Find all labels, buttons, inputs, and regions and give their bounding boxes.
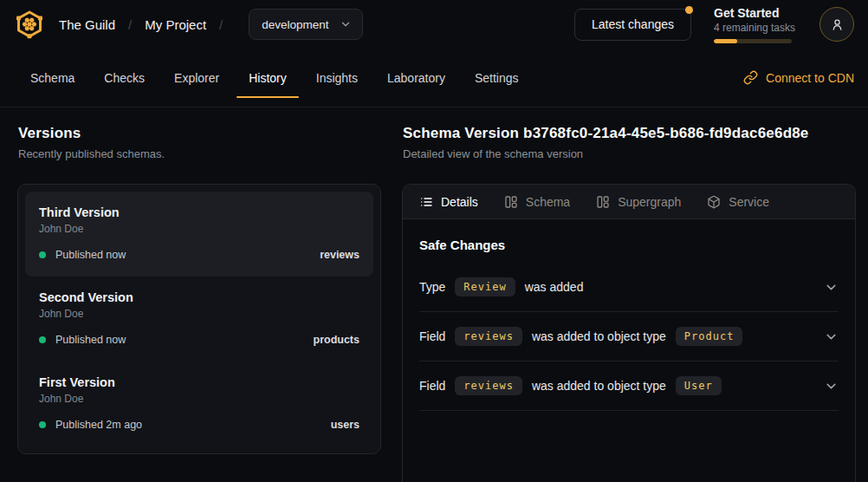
version-list-item[interactable]: Third Version John Doe Published now rev… xyxy=(25,192,373,277)
versions-subtitle: Recently published schemas. xyxy=(18,147,381,160)
progress-fill xyxy=(714,39,737,43)
chevron-down-icon[interactable] xyxy=(824,280,839,295)
schema-version-detail-panel: Details Schema Supergraph xyxy=(402,184,856,482)
change-description: was added to object type xyxy=(532,379,666,393)
notification-dot xyxy=(685,6,693,14)
breadcrumb-separator: / xyxy=(219,17,223,32)
tab-details-label: Details xyxy=(441,195,478,209)
version-published-time: Published now xyxy=(55,249,126,261)
version-title: Third Version xyxy=(39,205,360,220)
latest-changes-label: Latest changes xyxy=(592,17,674,31)
chevron-down-icon[interactable] xyxy=(824,379,839,394)
nav-tab-insights[interactable]: Insights xyxy=(304,49,370,107)
nav-tab-laboratory[interactable]: Laboratory xyxy=(375,49,457,107)
change-prefix: Field xyxy=(419,379,445,393)
detail-body: Safe Changes Type Review was added Field… xyxy=(403,219,855,429)
version-author: John Doe xyxy=(39,308,360,320)
latest-changes-button[interactable]: Latest changes xyxy=(574,9,691,41)
version-author: John Doe xyxy=(39,223,360,235)
versions-list: Third Version John Doe Published now rev… xyxy=(17,184,381,454)
version-title: First Version xyxy=(39,375,360,390)
version-title: Second Version xyxy=(39,290,360,305)
breadcrumb-separator: / xyxy=(128,17,132,32)
changes-list: Type Review was added Field reviews was … xyxy=(419,263,839,411)
get-started-progressbar xyxy=(714,39,792,43)
version-service-name: products xyxy=(314,334,360,346)
change-code-badge: reviews xyxy=(455,376,522,395)
version-author: John Doe xyxy=(39,393,360,405)
tab-schema-label: Schema xyxy=(526,195,570,209)
tab-service-label: Service xyxy=(729,195,769,209)
change-row[interactable]: Field reviews was added to object type U… xyxy=(419,362,839,411)
environment-selector-value: development xyxy=(262,18,328,31)
connect-to-cdn-label: Connect to CDN xyxy=(766,71,854,85)
nav-tab-schema[interactable]: Schema xyxy=(18,49,87,107)
breadcrumb-project[interactable]: My Project xyxy=(145,17,206,32)
breadcrumb-org[interactable]: The Guild xyxy=(59,17,115,32)
link-icon xyxy=(743,70,758,85)
connect-to-cdn-button[interactable]: Connect to CDN xyxy=(743,49,854,107)
published-status-dot xyxy=(39,251,46,258)
get-started-title: Get Started xyxy=(714,6,797,21)
schema-version-subtitle: Detailed view of the schema version xyxy=(403,147,856,160)
version-meta: Published now products xyxy=(39,334,360,346)
tab-service[interactable]: Service xyxy=(707,195,769,209)
tab-details[interactable]: Details xyxy=(419,195,478,209)
change-type-badge: Product xyxy=(676,327,743,346)
versions-section: Versions Recently published schemas. Thi… xyxy=(17,125,381,482)
project-nav: SchemaChecksExplorerHistoryInsightsLabor… xyxy=(0,49,868,107)
version-service-name: users xyxy=(331,419,360,431)
nav-tab-checks[interactable]: Checks xyxy=(92,49,157,107)
version-published-time: Published now xyxy=(55,334,126,346)
list-icon xyxy=(419,195,433,209)
detail-tabs: Details Schema Supergraph xyxy=(403,185,855,219)
version-meta: Published 2m ago users xyxy=(39,419,360,431)
change-row[interactable]: Type Review was added xyxy=(419,263,839,312)
change-code-badge: reviews xyxy=(455,327,522,346)
environment-selector[interactable]: development xyxy=(249,9,362,40)
cube-icon xyxy=(707,195,721,209)
change-type-badge: User xyxy=(676,376,722,395)
change-row[interactable]: Field reviews was added to object type P… xyxy=(419,312,839,362)
nav-tab-settings[interactable]: Settings xyxy=(463,49,531,107)
published-status-dot xyxy=(39,336,46,343)
chevron-down-icon[interactable] xyxy=(824,329,839,344)
published-status-dot xyxy=(39,421,46,428)
change-prefix: Field xyxy=(419,329,445,343)
schema-version-title: Schema Version b3768fc0-21a4-45e5-b686-f… xyxy=(403,125,856,142)
user-avatar-button[interactable] xyxy=(819,7,854,42)
version-list-item[interactable]: First Version John Doe Published 2m ago … xyxy=(25,362,373,446)
panels-icon xyxy=(596,195,610,209)
version-list-item[interactable]: Second Version John Doe Published now pr… xyxy=(25,277,373,362)
user-icon xyxy=(830,17,845,32)
version-published-time: Published 2m ago xyxy=(55,419,142,431)
get-started-widget[interactable]: Get Started 4 remaining tasks xyxy=(714,6,797,43)
panels-icon xyxy=(504,195,518,209)
change-description: was added xyxy=(525,280,584,294)
safe-changes-heading: Safe Changes xyxy=(419,238,839,252)
chevron-down-icon xyxy=(340,18,352,30)
tab-schema[interactable]: Schema xyxy=(504,195,570,209)
version-meta: Published now reviews xyxy=(39,249,360,261)
change-code-badge: Review xyxy=(455,277,515,296)
version-service-name: reviews xyxy=(320,249,360,261)
nav-tab-explorer[interactable]: Explorer xyxy=(162,49,231,107)
tab-supergraph-label: Supergraph xyxy=(618,195,681,209)
schema-version-section: Schema Version b3768fc0-21a4-45e5-b686-f… xyxy=(402,125,856,482)
get-started-subtitle: 4 remaining tasks xyxy=(714,21,797,35)
tab-supergraph[interactable]: Supergraph xyxy=(596,195,681,209)
change-description: was added to object type xyxy=(532,329,666,343)
top-header: The Guild / My Project / development Lat… xyxy=(0,0,868,49)
hive-logo-icon[interactable] xyxy=(14,9,45,40)
change-prefix: Type xyxy=(419,280,445,294)
versions-title: Versions xyxy=(18,125,381,142)
nav-tab-history[interactable]: History xyxy=(236,49,299,107)
